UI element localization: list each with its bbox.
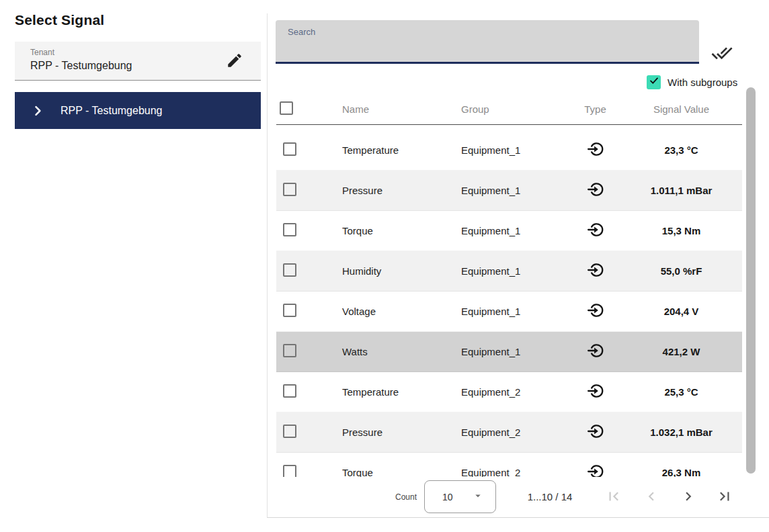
signal-name: Temperature [335, 144, 454, 156]
signal-group: Equipment_2 [454, 467, 570, 477]
signal-name: Voltage [335, 306, 454, 317]
last-page-icon [716, 497, 733, 507]
first-page-icon [605, 497, 622, 507]
row-checkbox[interactable] [283, 263, 296, 277]
column-header-group: Group [454, 103, 570, 115]
chevron-right-icon [680, 497, 697, 507]
input-signal-icon [587, 350, 604, 361]
edit-tenant-button[interactable] [225, 51, 245, 71]
count-label: Count [395, 492, 417, 502]
tenant-field-value: RPP - Testumgebung [30, 60, 132, 72]
row-checkbox[interactable] [283, 465, 296, 477]
signal-type-cell [570, 382, 620, 402]
input-signal-icon [587, 390, 604, 402]
row-checkbox[interactable] [283, 223, 296, 236]
signal-name: Watts [335, 346, 454, 357]
row-checkbox[interactable] [283, 183, 296, 196]
signal-type-cell [570, 261, 620, 281]
chevron-left-icon [643, 497, 660, 507]
row-checkbox[interactable] [283, 142, 296, 156]
table-row[interactable]: Pressure Equipment_1 1.011,1 mBar [276, 171, 742, 211]
input-signal-icon [587, 471, 604, 477]
signal-type-cell [570, 342, 620, 361]
signal-value: 55,0 %rF [620, 265, 742, 277]
signal-value: 421,2 W [620, 346, 742, 357]
last-page-button[interactable] [715, 488, 734, 506]
table-body: Temperature Equipment_1 23,3 °C Pressure… [276, 130, 742, 477]
table-row[interactable]: Torque Equipment_2 26,3 Nm [276, 453, 742, 477]
signal-value: 23,3 °C [620, 144, 742, 156]
first-page-button[interactable] [604, 488, 623, 506]
with-subgroups-filter: With subgroups [647, 75, 737, 89]
signal-group: Equipment_1 [454, 306, 570, 317]
column-header-signal-value: Signal Value [620, 103, 742, 115]
signal-group: Equipment_1 [454, 346, 570, 357]
row-checkbox[interactable] [283, 344, 296, 357]
table-row[interactable]: Watts Equipment_1 421,2 W [276, 332, 742, 372]
checkmark-icon [649, 75, 659, 89]
tenant-field-label: Tenant [30, 48, 54, 57]
input-signal-icon [587, 310, 604, 321]
tree-item-label: RPP - Testumgebung [60, 105, 163, 117]
signal-group: Equipment_1 [454, 144, 570, 156]
signal-name: Pressure [335, 185, 454, 196]
select-all-signals-button[interactable] [710, 42, 734, 66]
column-header-type: Type [570, 103, 620, 115]
search-input[interactable] [276, 20, 699, 64]
signal-browser-panel: With subgroups Name Group Type Signal Va… [267, 13, 769, 518]
signal-group: Equipment_1 [454, 265, 570, 277]
input-signal-icon [587, 229, 604, 240]
row-checkbox[interactable] [283, 425, 296, 438]
signal-value: 25,3 °C [620, 386, 742, 398]
table-row[interactable]: Pressure Equipment_2 1.032,1 mBar [276, 412, 742, 453]
table-row[interactable]: Temperature Equipment_2 25,3 °C [276, 372, 742, 412]
signal-type-cell [570, 140, 620, 160]
signal-value: 26,3 Nm [620, 467, 742, 477]
signal-name: Pressure [335, 427, 454, 438]
signal-type-cell [570, 221, 620, 240]
signal-name: Temperature [335, 386, 454, 398]
signal-value: 15,3 Nm [620, 225, 742, 236]
chevron-right-icon [31, 104, 44, 118]
table-row[interactable]: Humidity Equipment_1 55,0 %rF [276, 251, 742, 292]
table-header: Name Group Type Signal Value [276, 94, 742, 125]
page-size-select[interactable]: 10 [424, 480, 496, 513]
signal-group: Equipment_1 [454, 225, 570, 236]
tenant-field: Tenant RPP - Testumgebung [15, 42, 261, 81]
signal-type-cell [570, 302, 620, 321]
page-size-value: 10 [442, 492, 453, 502]
signal-group: Equipment_2 [454, 427, 570, 438]
with-subgroups-label: With subgroups [667, 77, 737, 88]
next-page-button[interactable] [679, 488, 698, 506]
table-row[interactable]: Torque Equipment_1 15,3 Nm [276, 211, 742, 251]
table-row[interactable]: Temperature Equipment_1 23,3 °C [276, 130, 742, 171]
input-signal-icon [587, 269, 604, 281]
table-paginator: Count 10 1...10 / 14 [268, 477, 769, 517]
signal-value: 204,4 V [620, 306, 742, 317]
signal-type-cell [570, 181, 620, 200]
with-subgroups-checkbox[interactable] [647, 75, 661, 89]
column-header-name: Name [335, 103, 454, 115]
signal-name: Torque [335, 225, 454, 236]
input-signal-icon [587, 148, 604, 160]
row-checkbox[interactable] [283, 304, 296, 317]
signal-type-cell [570, 423, 620, 442]
page-title: Select Signal [15, 12, 104, 28]
signal-name: Torque [335, 467, 454, 477]
signal-value: 1.032,1 mBar [620, 427, 742, 438]
input-signal-icon [587, 189, 604, 200]
signal-value: 1.011,1 mBar [620, 185, 742, 196]
signal-group: Equipment_2 [454, 386, 570, 398]
done-all-icon [711, 56, 733, 66]
table-row[interactable]: Voltage Equipment_1 204,4 V [276, 292, 742, 332]
page-range-text: 1...10 / 14 [510, 491, 590, 502]
previous-page-button[interactable] [642, 488, 661, 506]
signal-name: Humidity [335, 265, 454, 277]
row-checkbox[interactable] [283, 384, 296, 398]
vertical-scrollbar-thumb[interactable] [746, 87, 756, 474]
input-signal-icon [587, 431, 604, 442]
signal-group: Equipment_1 [454, 185, 570, 196]
select-all-checkbox[interactable] [280, 101, 293, 115]
tree-item-tenant[interactable]: RPP - Testumgebung [15, 92, 261, 129]
caret-down-icon [472, 490, 484, 504]
